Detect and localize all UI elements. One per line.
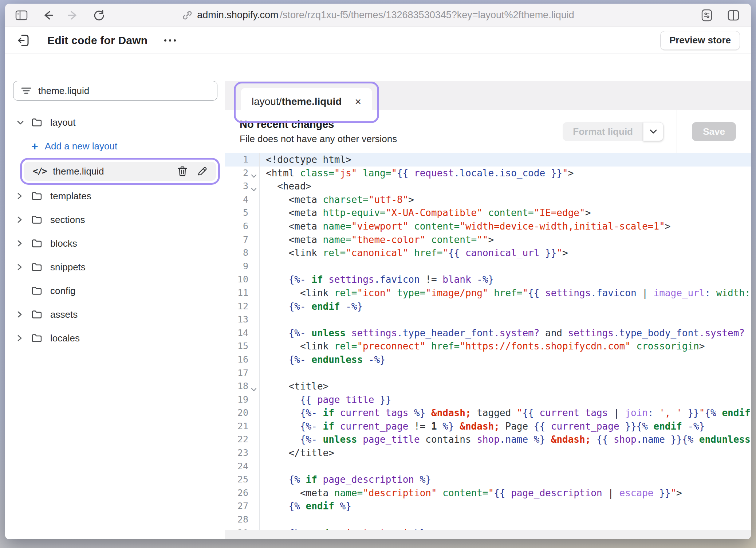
code-line-text[interactable]: <link rel="preconnect" href="https://fon… — [259, 340, 751, 353]
code-line[interactable]: 8 <link rel="canonical" href="{{ canonic… — [225, 246, 751, 260]
code-line-text[interactable]: <html class="js" lang="{{ request.locale… — [259, 167, 751, 180]
address-bar[interactable]: admin.shopify.com/store/rzq1xu-f5/themes… — [182, 9, 574, 21]
code-line-text[interactable]: <meta name="description" content="{{ pag… — [259, 486, 751, 500]
sidebar-item-layout[interactable]: layout — [5, 114, 225, 130]
chevron-right-icon[interactable] — [16, 310, 28, 319]
line-number[interactable]: 27 — [225, 500, 248, 513]
line-number[interactable]: 4 — [225, 193, 248, 207]
preview-store-button[interactable]: Preview store — [660, 31, 740, 50]
line-number[interactable]: 7 — [225, 233, 248, 247]
line-number[interactable]: 13 — [225, 313, 248, 326]
sidebar-item-assets[interactable]: assets — [5, 306, 225, 322]
line-number[interactable]: 23 — [225, 446, 248, 460]
code-line-text[interactable]: <meta http-equiv="X-UA-Compatible" conte… — [259, 206, 751, 220]
chevron-down-icon[interactable] — [16, 118, 28, 126]
exit-icon[interactable] — [16, 34, 31, 47]
code-line[interactable]: 20 {%- if current_tags %} &ndash; tagged… — [225, 406, 751, 420]
chevron-right-icon[interactable] — [16, 239, 28, 248]
code-line[interactable]: 24 — [225, 460, 751, 473]
code-line[interactable]: 5 <meta http-equiv="X-UA-Compatible" con… — [225, 206, 751, 220]
format-dropdown-button[interactable] — [643, 122, 664, 141]
sidebar-item-sections[interactable]: sections — [5, 212, 225, 228]
sidebar-item-locales[interactable]: locales — [5, 330, 225, 346]
line-number[interactable]: 12 — [225, 300, 248, 313]
tab-close-icon[interactable]: × — [355, 96, 361, 107]
code-line-text[interactable]: <meta name="viewport" content="width=dev… — [259, 220, 751, 233]
fold-chevron-icon[interactable] — [248, 380, 259, 393]
code-line[interactable]: 14 {%- unless settings.type_header_font.… — [225, 326, 751, 340]
code-line-text[interactable]: {%- unless settings.type_header_font.sys… — [259, 326, 751, 340]
code-line[interactable]: 13 — [225, 313, 751, 326]
sidebar-item-templates[interactable]: templates — [5, 188, 225, 204]
fold-chevron-icon[interactable] — [248, 167, 259, 180]
code-line[interactable]: 28 — [225, 513, 751, 527]
line-number[interactable]: 20 — [225, 406, 248, 420]
code-line-text[interactable] — [259, 513, 751, 527]
file-search[interactable] — [13, 81, 217, 101]
code-line-text[interactable]: <link rel="icon" type="image/png" href="… — [259, 286, 751, 300]
code-line[interactable]: 6 <meta name="viewport" content="width=d… — [225, 220, 751, 233]
sidebar-item-theme-liquid[interactable]: </>theme.liquid — [24, 162, 216, 181]
line-number[interactable]: 18 — [225, 380, 248, 393]
line-number[interactable]: 22 — [225, 433, 248, 446]
code-line-text[interactable] — [259, 460, 751, 473]
code-line-text[interactable]: <head> — [259, 180, 751, 193]
line-number[interactable]: 26 — [225, 486, 248, 500]
sidebar-item-config[interactable]: config — [5, 283, 225, 299]
forward-icon[interactable] — [68, 10, 79, 20]
code-line[interactable]: 9 — [225, 260, 751, 273]
line-number[interactable]: 1 — [225, 153, 248, 167]
code-line-text[interactable]: {%- unless page_title contains shop.name… — [259, 433, 751, 446]
search-input[interactable] — [38, 85, 210, 97]
sidebar-toggle-icon[interactable] — [15, 10, 28, 21]
code-line-text[interactable]: {%- if settings.favicon != blank -%} — [259, 273, 751, 286]
format-liquid-button[interactable]: Format liquid — [563, 122, 643, 141]
code-line-text[interactable]: </title> — [259, 446, 751, 460]
code-line-text[interactable]: {% endif %} — [259, 500, 751, 513]
code-line-text[interactable]: {%- if current_tags %} &ndash; tagged "{… — [259, 406, 751, 420]
code-line[interactable]: 12 {%- endif -%} — [225, 300, 751, 313]
split-view-icon[interactable] — [728, 10, 739, 21]
code-line-text[interactable]: {%- endif -%} — [259, 300, 751, 313]
code-line-text[interactable]: {{ page_title }} — [259, 393, 751, 407]
code-line-text[interactable]: <title> — [259, 380, 751, 393]
line-number[interactable]: 21 — [225, 420, 248, 433]
line-number[interactable]: 16 — [225, 353, 248, 367]
code-line-text[interactable]: {% if page_description %} — [259, 473, 751, 486]
fold-chevron-icon[interactable] — [248, 180, 259, 193]
overflow-menu-icon[interactable] — [164, 39, 176, 42]
line-number[interactable]: 28 — [225, 513, 248, 527]
code-line-text[interactable]: <meta name="theme-color" content=""> — [259, 233, 751, 247]
code-line[interactable]: 17 — [225, 367, 751, 380]
code-line[interactable]: 7 <meta name="theme-color" content=""> — [225, 233, 751, 247]
line-number[interactable]: 10 — [225, 273, 248, 286]
code-line[interactable]: 3 <head> — [225, 180, 751, 193]
line-number[interactable]: 8 — [225, 246, 248, 260]
code-line[interactable]: 27 {% endif %} — [225, 500, 751, 513]
code-line[interactable]: 4 <meta charset="utf-8"> — [225, 193, 751, 207]
line-number[interactable]: 17 — [225, 367, 248, 380]
add-new-layout-button[interactable]: +Add a new layout — [5, 138, 225, 154]
line-number[interactable]: 14 — [225, 326, 248, 340]
code-line-text[interactable] — [259, 313, 751, 326]
code-editor[interactable]: 1<!doctype html>2<html class="js" lang="… — [225, 153, 751, 539]
reload-icon[interactable] — [93, 9, 105, 21]
code-line[interactable]: 16 {%- endunless -%} — [225, 353, 751, 367]
code-line[interactable]: 11 <link rel="icon" type="image/png" hre… — [225, 286, 751, 300]
code-line[interactable]: 21 {%- if current_page != 1 %} &ndash; P… — [225, 420, 751, 433]
sidebar-item-blocks[interactable]: blocks — [5, 235, 225, 251]
code-line[interactable]: 19 {{ page_title }} — [225, 393, 751, 407]
rename-file-icon[interactable] — [197, 166, 207, 177]
chevron-right-icon[interactable] — [16, 262, 28, 272]
line-number[interactable]: 15 — [225, 340, 248, 353]
code-line-text[interactable] — [259, 367, 751, 380]
code-line[interactable]: 15 <link rel="preconnect" href="https://… — [225, 340, 751, 353]
code-line-text[interactable]: {%- endunless -%} — [259, 353, 751, 367]
line-number[interactable]: 6 — [225, 220, 248, 233]
code-line-text[interactable]: <meta charset="utf-8"> — [259, 193, 751, 207]
editor-horizontal-scrollbar[interactable] — [225, 530, 751, 539]
code-line[interactable]: 25 {% if page_description %} — [225, 473, 751, 486]
chevron-right-icon[interactable] — [16, 333, 28, 343]
code-line-text[interactable]: <!doctype html> — [259, 153, 751, 167]
line-number[interactable]: 9 — [225, 260, 248, 273]
